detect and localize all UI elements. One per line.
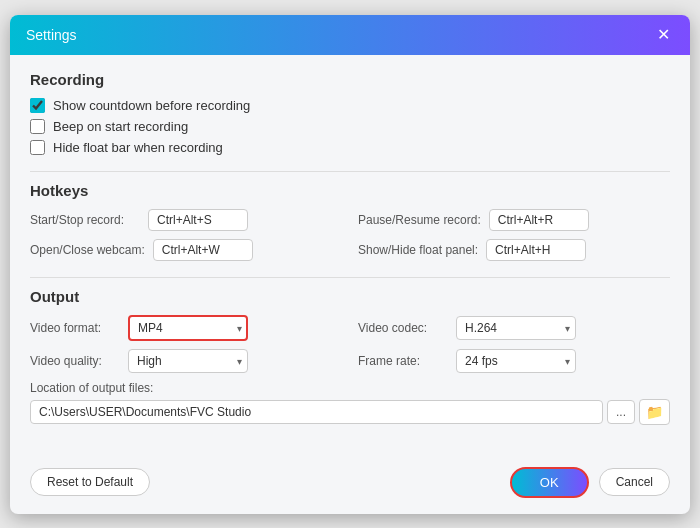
checkbox-countdown-label: Show countdown before recording bbox=[53, 98, 250, 113]
video-format-select-wrapper: MP4 AVI MOV ▾ bbox=[128, 315, 248, 341]
output-section: Output Video format: MP4 AVI MOV ▾ Video… bbox=[30, 288, 670, 425]
frame-rate-row: Frame rate: 24 fps 30 fps 60 fps ▾ bbox=[358, 349, 670, 373]
video-quality-row: Video quality: High Medium Low ▾ bbox=[30, 349, 342, 373]
checkbox-beep-label: Beep on start recording bbox=[53, 119, 188, 134]
checkbox-row-beep: Beep on start recording bbox=[30, 119, 670, 134]
folder-icon: 📁 bbox=[646, 404, 663, 420]
location-browse-button[interactable]: ... bbox=[607, 400, 635, 424]
footer-right: OK Cancel bbox=[510, 467, 670, 498]
video-format-select[interactable]: MP4 AVI MOV bbox=[128, 315, 248, 341]
hotkeys-title: Hotkeys bbox=[30, 182, 670, 199]
divider-1 bbox=[30, 171, 670, 172]
frame-rate-select[interactable]: 24 fps 30 fps 60 fps bbox=[456, 349, 576, 373]
close-button[interactable]: ✕ bbox=[653, 25, 674, 45]
video-quality-select[interactable]: High Medium Low bbox=[128, 349, 248, 373]
hotkeys-grid: Start/Stop record: Pause/Resume record: … bbox=[30, 209, 670, 261]
location-folder-button[interactable]: 📁 bbox=[639, 399, 670, 425]
location-row: Location of output files: ... 📁 bbox=[30, 381, 670, 425]
video-quality-select-wrapper: High Medium Low ▾ bbox=[128, 349, 248, 373]
hotkey-row-webcam: Open/Close webcam: bbox=[30, 239, 342, 261]
checkbox-floatbar[interactable] bbox=[30, 140, 45, 155]
video-format-label: Video format: bbox=[30, 321, 120, 335]
hotkey-pause-label: Pause/Resume record: bbox=[358, 213, 481, 227]
frame-rate-select-wrapper: 24 fps 30 fps 60 fps ▾ bbox=[456, 349, 576, 373]
dialog-content: Recording Show countdown before recordin… bbox=[10, 55, 690, 457]
video-codec-row: Video codec: H.264 H.265 ▾ bbox=[358, 315, 670, 341]
frame-rate-label: Frame rate: bbox=[358, 354, 448, 368]
hotkey-start-stop-input[interactable] bbox=[148, 209, 248, 231]
hotkey-floatpanel-input[interactable] bbox=[486, 239, 586, 261]
checkbox-beep[interactable] bbox=[30, 119, 45, 134]
checkbox-floatbar-label: Hide float bar when recording bbox=[53, 140, 223, 155]
ok-button[interactable]: OK bbox=[510, 467, 589, 498]
location-label: Location of output files: bbox=[30, 381, 670, 395]
dialog-title: Settings bbox=[26, 27, 77, 43]
video-quality-label: Video quality: bbox=[30, 354, 120, 368]
recording-title: Recording bbox=[30, 71, 670, 88]
hotkey-row-floatpanel: Show/Hide float panel: bbox=[358, 239, 670, 261]
checkbox-countdown[interactable] bbox=[30, 98, 45, 113]
hotkey-row-pause: Pause/Resume record: bbox=[358, 209, 670, 231]
location-input[interactable] bbox=[30, 400, 603, 424]
divider-2 bbox=[30, 277, 670, 278]
video-codec-select-wrapper: H.264 H.265 ▾ bbox=[456, 316, 576, 340]
hotkeys-section: Hotkeys Start/Stop record: Pause/Resume … bbox=[30, 182, 670, 261]
footer: Reset to Default OK Cancel bbox=[10, 457, 690, 514]
location-input-row: ... 📁 bbox=[30, 399, 670, 425]
hotkey-webcam-input[interactable] bbox=[153, 239, 253, 261]
title-bar: Settings ✕ bbox=[10, 15, 690, 55]
output-title: Output bbox=[30, 288, 670, 305]
video-format-row: Video format: MP4 AVI MOV ▾ bbox=[30, 315, 342, 341]
output-grid: Video format: MP4 AVI MOV ▾ Video codec: bbox=[30, 315, 670, 373]
hotkey-webcam-label: Open/Close webcam: bbox=[30, 243, 145, 257]
video-codec-select[interactable]: H.264 H.265 bbox=[456, 316, 576, 340]
recording-section: Recording Show countdown before recordin… bbox=[30, 71, 670, 155]
hotkey-start-stop-label: Start/Stop record: bbox=[30, 213, 140, 227]
hotkey-row-start-stop: Start/Stop record: bbox=[30, 209, 342, 231]
hotkey-pause-input[interactable] bbox=[489, 209, 589, 231]
reset-button[interactable]: Reset to Default bbox=[30, 468, 150, 496]
settings-dialog: Settings ✕ Recording Show countdown befo… bbox=[10, 15, 690, 514]
video-codec-label: Video codec: bbox=[358, 321, 448, 335]
cancel-button[interactable]: Cancel bbox=[599, 468, 670, 496]
checkbox-row-floatbar: Hide float bar when recording bbox=[30, 140, 670, 155]
hotkey-floatpanel-label: Show/Hide float panel: bbox=[358, 243, 478, 257]
checkbox-row-countdown: Show countdown before recording bbox=[30, 98, 670, 113]
